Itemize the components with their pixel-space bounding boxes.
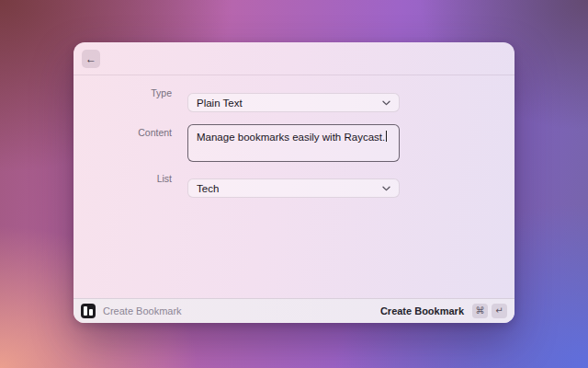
back-arrow-icon: ← <box>85 53 96 64</box>
command-key-icon: ⌘ <box>472 304 488 318</box>
desktop: ← Type Plain Text Content Manage bookmar… <box>0 0 588 368</box>
text-caret <box>386 131 387 142</box>
form-area: Type Plain Text Content Manage bookmarks… <box>74 75 514 298</box>
logo-bar-left <box>84 306 87 316</box>
type-label: Type <box>90 87 172 98</box>
window-header: ← <box>74 42 514 75</box>
chevron-down-icon <box>382 100 390 106</box>
window-footer: Create Bookmark Create Bookmark ⌘ ↵ <box>74 298 514 323</box>
enter-key-icon: ↵ <box>492 304 507 318</box>
chevron-down-icon <box>382 186 390 191</box>
list-value: Tech <box>197 183 219 194</box>
type-value: Plain Text <box>197 98 243 109</box>
logo-bar-right <box>89 309 93 316</box>
command-name: Create Bookmark <box>103 305 182 316</box>
content-textarea[interactable]: Manage bookmarks easily with Raycast. <box>187 124 400 162</box>
bookmark-app-logo-icon <box>81 304 96 318</box>
create-bookmark-label: Create Bookmark <box>380 305 464 316</box>
raycast-window: ← Type Plain Text Content Manage bookmar… <box>74 42 514 323</box>
list-label: List <box>90 173 172 184</box>
content-label: Content <box>90 127 172 138</box>
type-dropdown[interactable]: Plain Text <box>187 93 400 112</box>
create-bookmark-button[interactable]: Create Bookmark ⌘ ↵ <box>380 304 507 318</box>
content-text: Manage bookmarks easily with Raycast. <box>197 131 385 144</box>
back-button[interactable]: ← <box>82 50 100 68</box>
list-dropdown[interactable]: Tech <box>187 178 400 198</box>
